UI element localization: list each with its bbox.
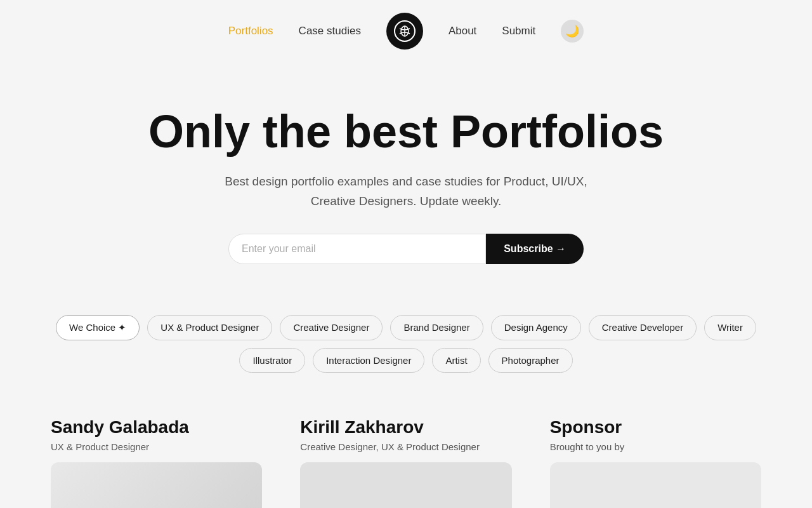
hero-heading: Only the best Portfolios [13,107,799,157]
card-sandy-image[interactable] [51,462,262,508]
card-kirill-image[interactable] [300,462,511,508]
filter-writer[interactable]: Writer [704,315,756,340]
card-kirill-role: Creative Designer, UX & Product Designer [300,441,511,452]
hero-section: Only the best Portfolios Best design por… [0,62,812,302]
cards-section: Sandy Galabada UX & Product Designer Kir… [0,398,812,508]
filter-design-agency[interactable]: Design Agency [491,315,581,340]
filter-creative-designer[interactable]: Creative Designer [280,315,383,340]
card-sandy-name: Sandy Galabada [51,417,262,438]
card-sandy-role: UX & Product Designer [51,441,262,452]
filter-we-choice[interactable]: We Choice ✦ [56,315,140,340]
subscribe-form: Subscribe → [228,234,584,264]
nav-link-submit[interactable]: Submit [502,25,535,37]
sponsor-image [550,462,761,508]
sponsor-subtitle: Brought to you by [550,441,761,452]
nav-link-about[interactable]: About [449,25,476,37]
card-kirill-name: Kirill Zakharov [300,417,511,438]
nav-link-case-studies[interactable]: Case studies [299,25,361,37]
card-sandy: Sandy Galabada UX & Product Designer [32,398,281,508]
filter-illustrator[interactable]: Illustrator [239,348,305,373]
card-kirill: Kirill Zakharov Creative Designer, UX & … [281,398,530,508]
filter-photographer[interactable]: Photographer [488,348,573,373]
sponsor-card: Sponsor Brought to you by [531,398,780,508]
navbar: Portfolios Case studies About Submit 🌙 [0,0,812,62]
filter-ux-product[interactable]: UX & Product Designer [147,315,272,340]
sponsor-title: Sponsor [550,417,761,438]
filter-creative-developer[interactable]: Creative Developer [589,315,697,340]
email-input[interactable] [228,234,486,264]
filter-section: We Choice ✦ UX & Product Designer Creati… [0,302,812,398]
filter-artist[interactable]: Artist [432,348,480,373]
theme-toggle-button[interactable]: 🌙 [561,20,584,43]
subscribe-button[interactable]: Subscribe → [486,234,584,264]
filter-interaction-designer[interactable]: Interaction Designer [313,348,424,373]
filter-brand-designer[interactable]: Brand Designer [390,315,483,340]
nav-logo[interactable] [386,13,423,50]
hero-subheading: Best design portfolio examples and case … [216,172,596,211]
nav-link-portfolios[interactable]: Portfolios [228,25,273,37]
